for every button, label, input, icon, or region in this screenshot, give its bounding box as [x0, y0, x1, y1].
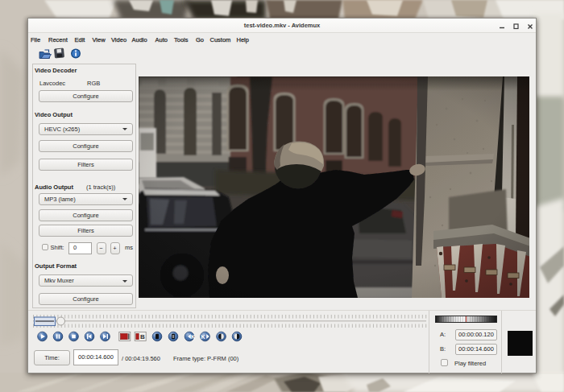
svg-text:K: K [201, 334, 205, 340]
svg-text:K: K [191, 334, 195, 340]
svg-text:B: B [140, 333, 145, 340]
